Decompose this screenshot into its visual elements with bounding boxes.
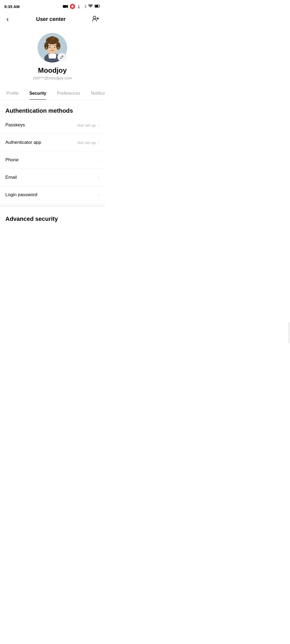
avatar-section: Moodjoy 200***@moodjoy.com [0,28,105,88]
record-indicator [70,4,75,9]
tab-profile[interactable]: Profile [1,88,24,100]
tabs-bar: Profile Security Preferences Notificati.… [0,88,105,100]
status-time: 9:35 AM [4,4,20,9]
back-button[interactable]: ‹ [5,14,10,24]
moon-icon: ☽ [83,4,86,9]
phone-right: › [98,158,99,162]
login-password-chevron: › [98,192,99,197]
header: ‹ User center [0,12,105,28]
login-password-item[interactable]: Login password › [0,186,105,204]
login-password-label: Login password [5,192,37,197]
email-item[interactable]: Email › [0,169,105,186]
email-right: › [98,175,99,180]
svg-rect-4 [95,5,98,7]
manage-users-icon[interactable] [92,15,99,23]
svg-point-19 [49,47,50,48]
email-label: Email [5,175,17,180]
content-area: Authentication methods Passkeys Not set … [0,100,105,225]
authenticator-app-label: Authenticator app [5,140,41,145]
avatar-edit-button[interactable] [57,53,66,61]
svg-point-21 [46,47,47,49]
phone-label: Phone [5,157,19,163]
tab-preferences[interactable]: Preferences [52,88,86,100]
user-name: Moodjoy [38,66,67,75]
advanced-security-section-title: Advanced security [0,208,105,225]
authentication-section-title: Authentication methods [0,100,105,116]
svg-point-22 [58,47,59,49]
email-chevron: › [98,175,99,180]
authenticator-app-value: Not set up [77,140,96,145]
camera-icon [63,5,68,8]
bluetooth-icon: ⭳ [77,4,81,9]
authenticator-app-item[interactable]: Authenticator app Not set up › [0,134,105,151]
svg-point-2 [71,5,74,8]
passkeys-value: Not set up [77,123,96,127]
passkeys-chevron: › [98,123,99,127]
svg-point-20 [54,47,55,48]
svg-marker-1 [66,5,68,8]
battery-icon [95,4,100,9]
login-password-right: › [98,192,99,197]
tab-notifications[interactable]: Notificati... [86,88,105,100]
section-divider [0,205,105,207]
passkeys-right: Not set up › [77,123,99,127]
phone-item[interactable]: Phone › [0,151,105,169]
status-icons: ⭳ ☽ [63,4,100,9]
svg-rect-0 [63,5,66,8]
svg-point-5 [93,16,96,19]
passkeys-item[interactable]: Passkeys Not set up › [0,116,105,134]
user-email: 200***@moodjoy.com [33,76,72,80]
page-title: User center [36,16,66,22]
tab-security[interactable]: Security [24,88,52,100]
status-bar: 9:35 AM ⭳ ☽ [0,0,105,12]
authenticator-app-chevron: › [98,140,99,145]
avatar-wrapper [38,33,67,63]
phone-chevron: › [98,158,99,162]
svg-point-16 [52,37,55,39]
svg-line-23 [62,56,63,57]
passkeys-label: Passkeys [5,122,25,128]
wifi-icon [88,4,93,9]
authenticator-app-right: Not set up › [77,140,99,145]
